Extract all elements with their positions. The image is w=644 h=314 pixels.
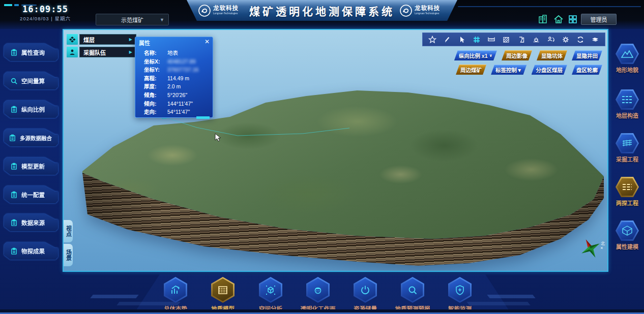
logo-left: 龙软科技 Longruan Technologies <box>198 4 245 17</box>
layer-button-label: 采掘队伍 <box>83 48 129 56</box>
bottom-nav-intelligent-monitoring[interactable]: 智能监测 <box>433 277 486 312</box>
building-icon[interactable] <box>537 14 548 25</box>
star-icon[interactable] <box>428 35 437 44</box>
right-nav-strata[interactable]: 地层构造 <box>612 89 642 119</box>
tab-viewpoint[interactable]: 视点 <box>64 220 73 242</box>
magnifier-icon <box>10 77 18 85</box>
sidebar-item-data-source[interactable]: 数据来源 <box>4 214 58 231</box>
bottom-nav-overall-situation[interactable]: 总体态势 <box>149 277 202 312</box>
close-icon[interactable]: ✕ <box>204 38 210 45</box>
layers-copy-icon[interactable] <box>591 35 600 44</box>
pen-icon[interactable] <box>443 35 452 44</box>
sidebar-item-model-update[interactable]: 模型更新 <box>4 158 58 175</box>
clipboard-icon <box>10 106 18 113</box>
viewport-toolbar <box>422 33 605 46</box>
sidebar-item-attribute-query[interactable]: 属性查询 <box>4 44 58 61</box>
bottom-nav-transparent-workface[interactable]: 透明化工作面 <box>291 277 344 312</box>
sidebar-item-label: 模型更新 <box>21 162 45 170</box>
admin-label: 管理员 <box>591 15 607 23</box>
right-nav-mining[interactable]: 采掘工程 <box>612 133 642 163</box>
sidebar-item-unified-config[interactable]: 统一配置 <box>4 186 58 203</box>
spatial-cube-icon <box>265 284 277 296</box>
right-nav-attribute-modeling[interactable]: 属性建模 <box>612 221 642 250</box>
sidebar-item-label: 数据来源 <box>21 218 45 227</box>
sidebar-item-spatial-measure[interactable]: 空间量算 <box>4 72 58 89</box>
bottom-nav-geological-forecast[interactable]: 地质预测预报 <box>386 277 439 312</box>
compass[interactable]: 北 <box>578 236 607 263</box>
sidebar-item-vertical-scale[interactable]: 纵向比例 <box>4 101 58 118</box>
property-row: 高程:114.49 m <box>144 74 211 83</box>
longruan-logo-icon <box>198 4 211 17</box>
property-row: 厚度:2.0 m <box>144 82 211 91</box>
logo-right: 龙软科技 Longruan Technologies <box>399 4 446 17</box>
mining-icon <box>621 138 634 148</box>
trend-chart-icon <box>169 284 182 296</box>
hatch-area-icon[interactable] <box>502 35 511 44</box>
terrain-icon <box>621 49 634 59</box>
label-control-button[interactable]: 标签控制▼ <box>491 65 526 75</box>
bottom-nav-geological-model[interactable]: 地质模型 <box>196 277 249 312</box>
chevron-right-icon: ▶ <box>129 37 132 42</box>
home-icon[interactable] <box>553 14 564 25</box>
header-deco-line <box>458 6 641 7</box>
workface-icon <box>312 284 324 296</box>
apps-grid-icon[interactable] <box>567 14 578 25</box>
vertical-scale-dropdown[interactable]: 纵向比例 x1∨ <box>454 50 497 60</box>
property-row: 名称:地表 <box>144 49 211 57</box>
clipboard-icon <box>10 191 18 199</box>
layer-button-coal-seam[interactable]: 煤层▶ <box>67 34 136 45</box>
chevron-down-icon: ∨ <box>489 53 493 58</box>
layer-button-mining-team[interactable]: 采掘队伍▶ <box>67 47 136 57</box>
surrounding-imagery-button[interactable]: 周边影像 <box>502 50 532 60</box>
chevron-right-icon: ▶ <box>129 50 132 54</box>
exploration-icon <box>621 182 634 192</box>
mouse-cursor <box>215 133 222 144</box>
surrounding-mines-button[interactable]: 周边煤矿 <box>456 65 486 75</box>
attribute-model-icon <box>621 225 633 236</box>
property-row: 坐标Y:37607737.16 <box>144 66 211 74</box>
frame-icon[interactable] <box>472 35 481 44</box>
property-row: 倾角:5°20'26" <box>144 91 211 100</box>
sidebar-item-label: 物探成果 <box>21 247 45 255</box>
toggle-pit-button[interactable]: 显隐坑体 <box>537 50 567 60</box>
orbit-icon[interactable] <box>546 35 555 44</box>
mine-selector-dropdown[interactable]: 示范煤矿 ▼ <box>96 14 169 25</box>
shield-icon <box>454 284 466 296</box>
gear-icon[interactable] <box>561 35 570 44</box>
bottom-deco-slash <box>90 295 138 298</box>
cursor-icon[interactable] <box>457 35 466 44</box>
strata-icon <box>621 95 634 105</box>
bottom-nav-resource-reserves[interactable]: 资源储量 <box>339 277 392 312</box>
bottom-deco-slash <box>487 295 535 298</box>
toggle-minefield-button[interactable]: 显隐井田 <box>572 50 602 60</box>
clock-time: 16:09:55 <box>7 4 83 14</box>
property-row: 倾向:144°11'47" <box>144 100 211 108</box>
panel-coal-seam-button[interactable]: 分盘区煤层 <box>532 65 568 75</box>
admin-button[interactable]: 管理员 <box>581 14 617 25</box>
control-row-1: 纵向比例 x1∨ 周边影像 显隐坑体 显隐井田 <box>454 50 602 60</box>
refresh-icon[interactable] <box>576 35 585 44</box>
top-header: 16:09:55 2024/08/03 | 星期六 示范煤矿 ▼ 龙软科技 Lo… <box>0 0 644 29</box>
right-nav-exploration[interactable]: 两探工程 <box>612 177 642 207</box>
mine-selector-value: 示范煤矿 <box>121 16 143 24</box>
sidebar-item-geophysical-results[interactable]: 物探成果 <box>4 242 58 260</box>
search-icon <box>406 284 419 296</box>
clipboard-icon <box>9 134 16 142</box>
app-window: 16:09:55 2024/08/03 | 星期六 示范煤矿 ▼ 龙软科技 Lo… <box>0 0 644 314</box>
sidebar-item-label: 纵向比例 <box>21 105 45 113</box>
sidebar-item-data-fusion[interactable]: 多源数据融合 <box>4 129 58 146</box>
compass-north-label: 北 <box>601 241 605 246</box>
title-banner: 龙软科技 Longruan Technologies 煤矿透明化地测保障系统 龙… <box>187 0 457 21</box>
sidebar-item-label: 空间量算 <box>21 77 45 85</box>
clipboard-icon <box>10 247 18 255</box>
right-nav-terrain[interactable]: 地形地貌 <box>612 44 642 74</box>
geo-model-icon <box>217 284 229 296</box>
ruler-icon[interactable] <box>487 35 496 44</box>
tab-scene[interactable]: 场景 <box>64 244 73 266</box>
panel-outline-button[interactable]: 盘区轮廓 <box>572 65 602 75</box>
section-icon[interactable] <box>517 35 526 44</box>
bottom-nav-spatial-analysis[interactable]: 空间分析 <box>244 277 297 312</box>
sun-icon[interactable] <box>532 35 541 44</box>
sidebar-item-label: 多源数据融合 <box>20 134 52 142</box>
3d-viewport[interactable]: 煤层▶ 采掘队伍▶ 属性 ✕ 名称:地表 坐标X:4048127.89 坐标Y:… <box>63 29 608 272</box>
